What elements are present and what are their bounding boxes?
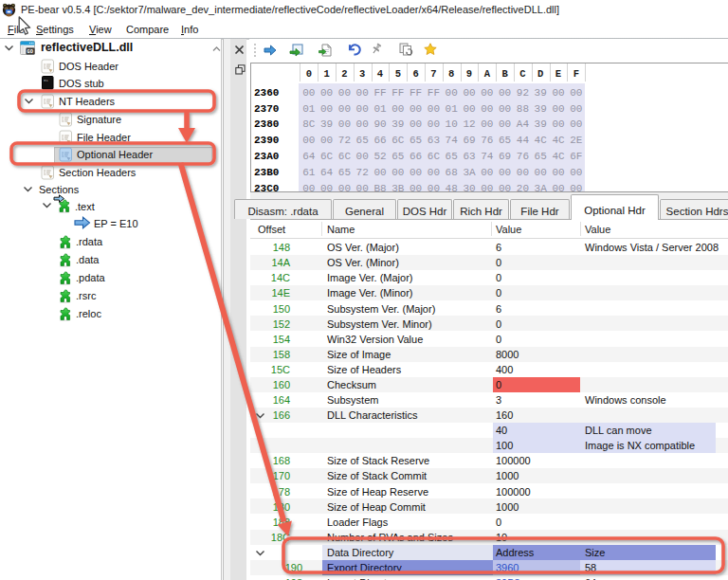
svg-text:01: 01	[44, 79, 48, 82]
svg-text:GO: GO	[27, 49, 33, 55]
